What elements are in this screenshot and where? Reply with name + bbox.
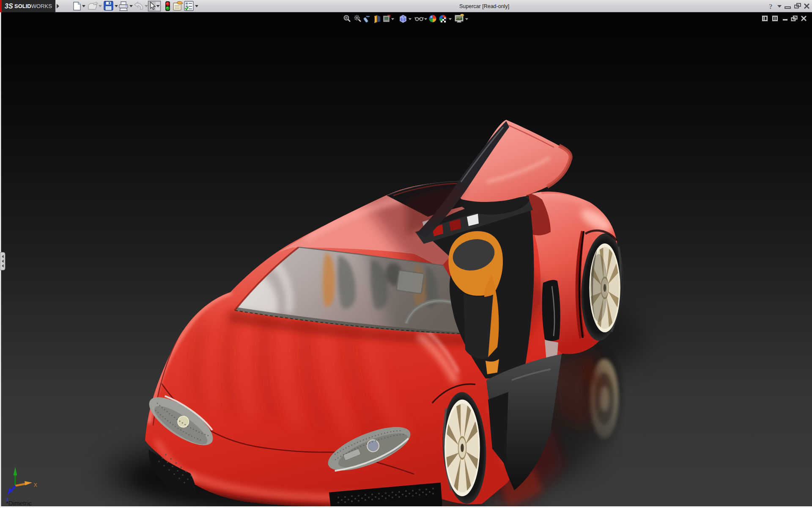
svg-text:?: ? [769, 3, 773, 11]
svg-text:X: X [34, 482, 37, 488]
svg-text:3S: 3S [5, 3, 13, 10]
svg-text:*Dimetric: *Dimetric [6, 500, 32, 507]
svg-text:SOLIDWORKS: SOLIDWORKS [14, 3, 52, 9]
svg-text:Supercar [Read-only]: Supercar [Read-only] [459, 3, 509, 9]
